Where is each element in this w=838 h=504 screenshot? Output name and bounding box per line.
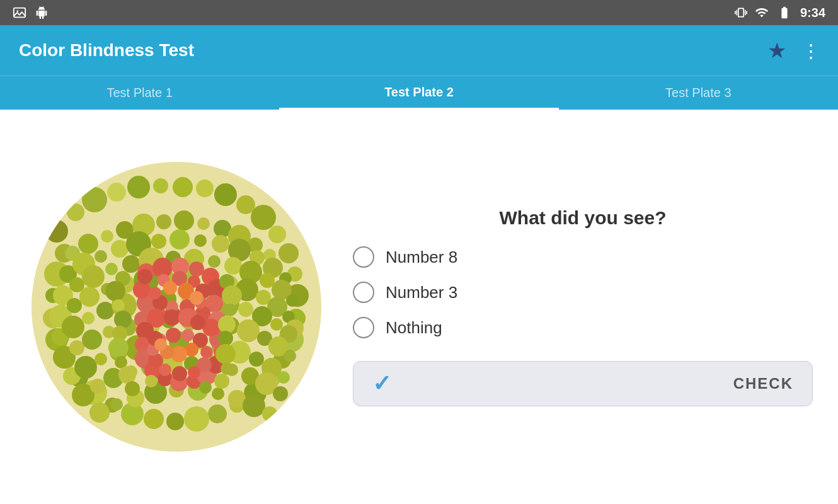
svg-point-222 [108,338,129,358]
option-number-3[interactable]: Number 3 [353,282,813,303]
svg-point-216 [154,338,167,351]
radio-number-3[interactable] [353,282,374,303]
svg-point-235 [214,374,229,389]
svg-point-45 [174,210,194,231]
svg-point-108 [69,340,84,355]
svg-point-25 [208,404,227,423]
svg-point-152 [212,387,224,400]
svg-point-27 [166,413,184,430]
svg-point-15 [268,226,286,243]
svg-point-145 [273,386,288,401]
svg-point-135 [90,379,105,394]
options-list: Number 8 Number 3 Nothing [353,246,813,338]
svg-point-46 [197,217,210,230]
svg-point-14 [251,205,276,230]
time-display: 9:34 [800,6,825,20]
tab-test-plate-2[interactable]: Test Plate 2 [279,76,558,110]
svg-point-178 [149,287,161,299]
question-panel: What did you see? Number 8 Number 3 Noth… [353,195,813,419]
svg-point-94 [62,316,84,338]
app-bar: Color Blindness Test ★ ⋮ [0,25,838,76]
svg-point-96 [96,302,114,319]
svg-point-199 [166,328,181,343]
ishihara-plate [25,156,328,458]
svg-point-218 [105,281,125,301]
radio-nothing[interactable] [353,317,374,338]
svg-point-220 [114,311,132,328]
svg-point-169 [137,269,152,284]
svg-point-40 [78,234,98,254]
svg-point-103 [238,302,253,317]
svg-point-10 [173,177,193,197]
svg-point-67 [105,263,118,275]
option-number-3-label: Number 3 [386,283,457,302]
svg-point-95 [82,312,95,324]
main-content: What did you see? Number 8 Number 3 Noth… [0,110,838,504]
svg-point-80 [79,287,100,307]
svg-point-210 [163,281,177,295]
svg-point-147 [110,398,123,411]
svg-point-204 [188,366,200,379]
svg-point-109 [82,329,102,350]
svg-point-54 [111,240,129,258]
svg-point-202 [200,346,213,358]
svg-point-146 [89,403,110,423]
svg-point-229 [218,331,233,346]
svg-point-212 [190,291,204,305]
svg-point-133 [277,371,290,384]
svg-point-159 [189,261,204,277]
question-title: What did you see? [353,207,813,229]
status-icons-right: 9:34 [735,6,825,20]
svg-point-41 [101,230,113,243]
svg-point-4 [45,220,68,243]
svg-rect-0 [14,8,25,18]
svg-point-44 [156,214,171,229]
star-icon[interactable]: ★ [767,38,786,63]
svg-point-131 [249,352,264,367]
svg-point-58 [194,234,207,247]
svg-point-233 [145,375,158,387]
radio-number-8[interactable] [353,246,374,268]
app-title: Color Blindness Test [19,40,194,60]
svg-point-168 [133,281,151,299]
battery-icon [776,6,793,20]
svg-point-56 [151,234,166,249]
svg-point-79 [67,298,82,313]
svg-point-234 [199,381,212,394]
svg-point-181 [164,309,180,326]
option-number-8-label: Number 8 [386,248,457,267]
status-icons-left [13,6,48,20]
option-number-8[interactable]: Number 8 [353,246,813,268]
svg-point-230 [215,344,236,364]
svg-point-11 [196,180,214,197]
check-button[interactable]: ✓ CHECK [353,361,813,406]
svg-point-120 [284,350,296,362]
svg-point-75 [260,273,275,288]
tab-bar: Test Plate 1 Test Plate 2 Test Plate 3 [0,76,838,110]
signal-icon [755,6,769,20]
option-nothing-label: Nothing [386,318,442,338]
tab-test-plate-3[interactable]: Test Plate 3 [559,76,838,110]
status-bar: 9:34 [0,0,838,25]
more-options-icon[interactable]: ⋮ [801,40,819,62]
svg-point-9 [153,178,168,193]
android-icon [35,6,48,20]
app-bar-icons: ★ ⋮ [767,38,819,63]
svg-point-73 [224,257,242,275]
svg-point-68 [122,255,140,273]
option-nothing[interactable]: Nothing [353,317,813,338]
svg-point-16 [278,243,299,263]
svg-point-122 [74,356,97,379]
vibrate-icon [735,6,747,20]
svg-point-105 [270,318,283,331]
svg-point-123 [95,353,107,365]
svg-point-57 [169,229,190,249]
svg-point-231 [221,362,233,375]
svg-point-12 [214,183,237,206]
svg-point-7 [107,183,126,202]
svg-point-224 [118,366,136,384]
tab-test-plate-1[interactable]: Test Plate 1 [0,76,279,110]
svg-point-53 [95,250,107,263]
check-checkmark-icon: ✓ [372,370,391,397]
svg-point-1 [16,10,18,12]
